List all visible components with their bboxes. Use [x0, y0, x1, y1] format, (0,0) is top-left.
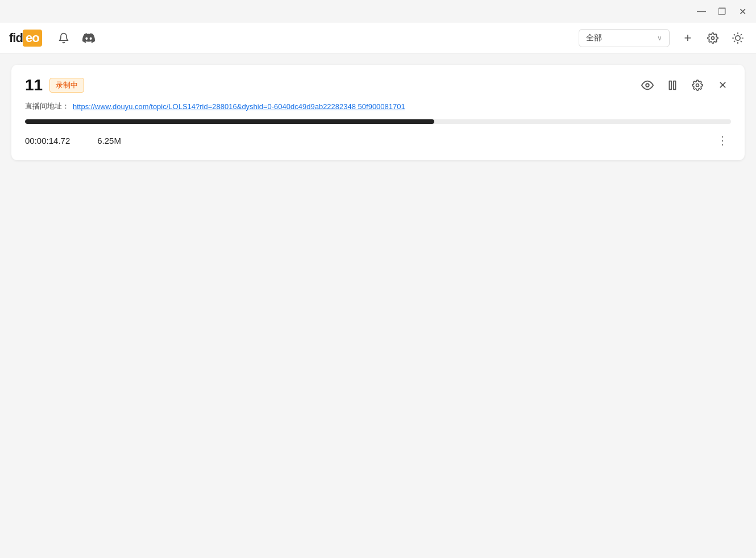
app-logo: fideo [9, 30, 42, 47]
pause-button[interactable] [664, 77, 681, 94]
svg-rect-11 [670, 81, 672, 90]
svg-point-13 [696, 84, 699, 87]
bell-icon[interactable] [56, 30, 72, 46]
filter-dropdown[interactable]: 全部 ∨ [579, 29, 670, 47]
preview-button[interactable] [639, 77, 656, 94]
svg-line-4 [734, 34, 735, 35]
logo-eo-text: eo [23, 30, 42, 47]
recording-file-size: 6.25M [97, 136, 121, 145]
theme-button[interactable] [729, 29, 747, 47]
filter-label: 全部 [586, 33, 653, 43]
add-button[interactable]: + [679, 29, 697, 47]
card-stats: 00:00:14.72 6.25M [25, 136, 121, 145]
card-title-row: 11 录制中 [25, 76, 84, 94]
card-top-row: 11 录制中 [25, 76, 731, 94]
status-badge: 录制中 [49, 78, 84, 93]
content-area: 11 录制中 [0, 53, 756, 558]
logo-fid-text: fid [9, 31, 23, 45]
svg-line-5 [741, 41, 741, 41]
svg-point-1 [736, 35, 740, 40]
header: fideo 全部 ∨ + [0, 23, 756, 53]
recording-number: 11 [25, 76, 43, 94]
close-window-button[interactable]: ✕ [734, 3, 750, 19]
chevron-down-icon: ∨ [657, 34, 662, 42]
card-bottom-row: 00:00:14.72 6.25M ⋮ [25, 132, 731, 149]
svg-point-10 [646, 84, 649, 87]
header-actions: + [679, 29, 747, 47]
recording-duration: 00:00:14.72 [25, 136, 70, 145]
url-label: 直播间地址： [25, 101, 69, 111]
maximize-button[interactable]: ❐ [714, 3, 730, 19]
titlebar: — ❐ ✕ [0, 0, 756, 23]
progress-bar-fill [25, 119, 434, 124]
svg-line-8 [734, 41, 735, 41]
recording-card: 11 录制中 [11, 65, 745, 160]
settings-button[interactable] [704, 29, 722, 47]
card-close-button[interactable]: ✕ [714, 77, 731, 94]
minimize-button[interactable]: — [693, 3, 709, 19]
discord-icon[interactable] [81, 30, 97, 46]
url-link[interactable]: https://www.douyu.com/topic/LOLS14?rid=2… [73, 102, 405, 111]
svg-point-0 [712, 36, 715, 39]
svg-line-9 [741, 34, 741, 35]
progress-bar-container [25, 119, 731, 124]
card-actions: ✕ [639, 77, 731, 94]
more-options-button[interactable]: ⋮ [714, 132, 731, 149]
svg-rect-12 [674, 81, 676, 90]
card-settings-button[interactable] [689, 77, 706, 94]
card-url-row: 直播间地址： https://www.douyu.com/topic/LOLS1… [25, 101, 731, 111]
